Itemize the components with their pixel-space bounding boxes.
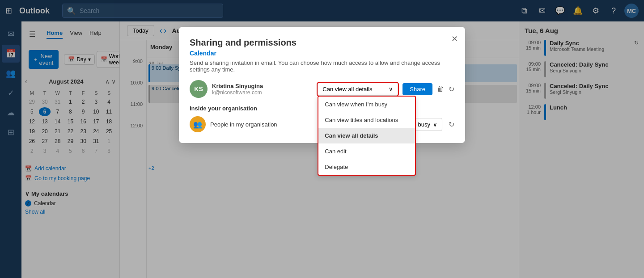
dropdown-item-busy[interactable]: Can view when I'm busy bbox=[318, 97, 415, 112]
delete-button[interactable]: 🗑 bbox=[437, 85, 444, 93]
dropdown-item-edit[interactable]: Can edit bbox=[318, 143, 415, 159]
modal-title: Sharing and permissions bbox=[190, 38, 454, 48]
permission-dropdown-wrapper: Can view all details ∨ Can view when I'm… bbox=[318, 83, 398, 96]
user-avatar: KS bbox=[190, 80, 208, 98]
modal-close-button[interactable]: ✕ bbox=[451, 34, 458, 44]
dropdown-selected-label: Can view all details bbox=[322, 86, 372, 93]
chevron-down-icon2: ∨ bbox=[433, 121, 437, 128]
modal-overlay: Sharing and permissions ✕ Calendar Send … bbox=[0, 0, 644, 278]
modal-subtitle: Calendar bbox=[190, 50, 454, 57]
share-row: KS Kristina Sinyugina k@nicosoftware.com… bbox=[190, 80, 454, 98]
user-name: Kristina Sinyugina bbox=[212, 83, 313, 89]
org-avatar: 👥 bbox=[190, 116, 206, 132]
user-email: k@nicosoftware.com bbox=[212, 89, 313, 96]
user-info: Kristina Sinyugina k@nicosoftware.com bbox=[212, 83, 313, 96]
dropdown-item-titles[interactable]: Can view titles and locations bbox=[318, 112, 415, 128]
dropdown-item-delegate[interactable]: Delegate bbox=[318, 159, 415, 175]
chevron-down-icon: ∨ bbox=[389, 86, 393, 93]
permission-dropdown-button[interactable]: Can view all details ∨ bbox=[318, 83, 398, 96]
permission-dropdown-menu: Can view when I'm busy Can view titles a… bbox=[318, 96, 416, 176]
share-button[interactable]: Share bbox=[402, 83, 432, 95]
sync-icon: ↻ bbox=[449, 85, 454, 93]
org-name-label: People in my organisation bbox=[210, 121, 277, 128]
user-initials: KS bbox=[194, 85, 203, 93]
org-sync-icon: ↻ bbox=[449, 120, 454, 129]
modal-description: Send a sharing invitation in email. You … bbox=[190, 59, 454, 73]
modal-dialog: Sharing and permissions ✕ Calendar Send … bbox=[179, 27, 465, 143]
dropdown-item-all-details[interactable]: Can view all details bbox=[318, 128, 415, 143]
